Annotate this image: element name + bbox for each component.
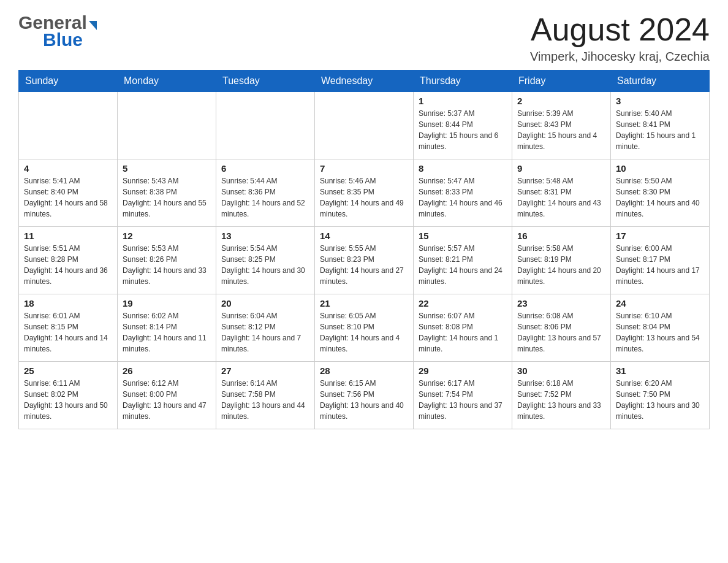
day-info: Sunrise: 5:41 AM Sunset: 8:40 PM Dayligh… xyxy=(24,175,112,220)
day-number: 9 xyxy=(517,163,605,174)
day-number: 18 xyxy=(24,298,112,308)
day-number: 17 xyxy=(616,231,704,241)
logo-blue: Blue xyxy=(18,29,83,50)
day-number: 16 xyxy=(517,231,605,241)
day-info: Sunrise: 6:08 AM Sunset: 8:06 PM Dayligh… xyxy=(517,310,605,354)
day-number: 23 xyxy=(517,298,605,308)
day-number: 20 xyxy=(221,298,309,308)
calendar-day-cell: 23Sunrise: 6:08 AM Sunset: 8:06 PM Dayli… xyxy=(512,294,611,362)
calendar-day-cell: 30Sunrise: 6:18 AM Sunset: 7:52 PM Dayli… xyxy=(512,362,611,429)
calendar-day-cell: 4Sunrise: 5:41 AM Sunset: 8:40 PM Daylig… xyxy=(19,159,118,227)
title-area: August 2024 Vimperk, Jihocesky kraj, Cze… xyxy=(530,12,710,64)
day-number: 1 xyxy=(419,96,507,106)
calendar-day-cell: 10Sunrise: 5:50 AM Sunset: 8:30 PM Dayli… xyxy=(611,159,710,227)
day-info: Sunrise: 5:58 AM Sunset: 8:19 PM Dayligh… xyxy=(517,243,605,287)
calendar-week-row: 11Sunrise: 5:51 AM Sunset: 8:28 PM Dayli… xyxy=(19,227,710,294)
calendar-day-cell: 27Sunrise: 6:14 AM Sunset: 7:58 PM Dayli… xyxy=(216,362,315,429)
day-info: Sunrise: 6:01 AM Sunset: 8:15 PM Dayligh… xyxy=(24,310,112,354)
day-number: 26 xyxy=(123,366,211,376)
day-number: 30 xyxy=(517,366,605,376)
day-number: 24 xyxy=(616,298,704,308)
calendar-day-cell: 21Sunrise: 6:05 AM Sunset: 8:10 PM Dayli… xyxy=(315,294,414,362)
calendar-day-cell: 1Sunrise: 5:37 AM Sunset: 8:44 PM Daylig… xyxy=(414,92,512,159)
column-header-thursday: Thursday xyxy=(414,71,512,92)
calendar-day-cell: 11Sunrise: 5:51 AM Sunset: 8:28 PM Dayli… xyxy=(19,227,118,294)
day-info: Sunrise: 5:44 AM Sunset: 8:36 PM Dayligh… xyxy=(221,175,309,220)
day-info: Sunrise: 6:11 AM Sunset: 8:02 PM Dayligh… xyxy=(24,378,112,422)
day-info: Sunrise: 6:07 AM Sunset: 8:08 PM Dayligh… xyxy=(419,310,507,354)
day-number: 31 xyxy=(616,366,704,376)
calendar-day-cell xyxy=(118,92,216,159)
day-info: Sunrise: 5:39 AM Sunset: 8:43 PM Dayligh… xyxy=(517,108,605,152)
day-info: Sunrise: 5:54 AM Sunset: 8:25 PM Dayligh… xyxy=(221,243,309,287)
calendar-week-row: 4Sunrise: 5:41 AM Sunset: 8:40 PM Daylig… xyxy=(19,159,710,227)
column-header-wednesday: Wednesday xyxy=(315,71,414,92)
calendar-header-row: SundayMondayTuesdayWednesdayThursdayFrid… xyxy=(19,71,710,92)
day-number: 11 xyxy=(24,231,112,241)
day-info: Sunrise: 6:10 AM Sunset: 8:04 PM Dayligh… xyxy=(616,310,704,354)
calendar-day-cell: 7Sunrise: 5:46 AM Sunset: 8:35 PM Daylig… xyxy=(315,159,414,227)
column-header-monday: Monday xyxy=(118,71,216,92)
calendar-day-cell: 18Sunrise: 6:01 AM Sunset: 8:15 PM Dayli… xyxy=(19,294,118,362)
calendar-day-cell: 5Sunrise: 5:43 AM Sunset: 8:38 PM Daylig… xyxy=(118,159,216,227)
calendar-week-row: 1Sunrise: 5:37 AM Sunset: 8:44 PM Daylig… xyxy=(19,92,710,159)
calendar-day-cell: 6Sunrise: 5:44 AM Sunset: 8:36 PM Daylig… xyxy=(216,159,315,227)
day-info: Sunrise: 5:57 AM Sunset: 8:21 PM Dayligh… xyxy=(419,243,507,287)
day-number: 7 xyxy=(320,163,408,174)
calendar-day-cell: 12Sunrise: 5:53 AM Sunset: 8:26 PM Dayli… xyxy=(118,227,216,294)
day-info: Sunrise: 6:00 AM Sunset: 8:17 PM Dayligh… xyxy=(616,243,704,287)
day-info: Sunrise: 6:20 AM Sunset: 7:50 PM Dayligh… xyxy=(616,378,704,422)
day-info: Sunrise: 6:12 AM Sunset: 8:00 PM Dayligh… xyxy=(123,378,211,422)
calendar-day-cell: 26Sunrise: 6:12 AM Sunset: 8:00 PM Dayli… xyxy=(118,362,216,429)
column-header-saturday: Saturday xyxy=(611,71,710,92)
day-number: 25 xyxy=(24,366,112,376)
calendar-week-row: 18Sunrise: 6:01 AM Sunset: 8:15 PM Dayli… xyxy=(19,294,710,362)
day-info: Sunrise: 5:48 AM Sunset: 8:31 PM Dayligh… xyxy=(517,175,605,220)
day-info: Sunrise: 6:05 AM Sunset: 8:10 PM Dayligh… xyxy=(320,310,408,354)
calendar-day-cell xyxy=(315,92,414,159)
day-info: Sunrise: 5:40 AM Sunset: 8:41 PM Dayligh… xyxy=(616,108,704,152)
calendar-day-cell: 28Sunrise: 6:15 AM Sunset: 7:56 PM Dayli… xyxy=(315,362,414,429)
day-number: 14 xyxy=(320,231,408,241)
logo: General Blue xyxy=(18,12,97,50)
day-number: 27 xyxy=(221,366,309,376)
calendar-day-cell: 22Sunrise: 6:07 AM Sunset: 8:08 PM Dayli… xyxy=(414,294,512,362)
day-number: 29 xyxy=(419,366,507,376)
calendar-day-cell: 19Sunrise: 6:02 AM Sunset: 8:14 PM Dayli… xyxy=(118,294,216,362)
column-header-friday: Friday xyxy=(512,71,611,92)
calendar-day-cell: 25Sunrise: 6:11 AM Sunset: 8:02 PM Dayli… xyxy=(19,362,118,429)
page-header: General Blue August 2024 Vimperk, Jihoce… xyxy=(18,12,710,64)
calendar-day-cell: 16Sunrise: 5:58 AM Sunset: 8:19 PM Dayli… xyxy=(512,227,611,294)
column-header-tuesday: Tuesday xyxy=(216,71,315,92)
day-info: Sunrise: 5:50 AM Sunset: 8:30 PM Dayligh… xyxy=(616,175,704,220)
day-info: Sunrise: 5:53 AM Sunset: 8:26 PM Dayligh… xyxy=(123,243,211,287)
column-header-sunday: Sunday xyxy=(19,71,118,92)
day-number: 6 xyxy=(221,163,309,174)
calendar-day-cell: 24Sunrise: 6:10 AM Sunset: 8:04 PM Dayli… xyxy=(611,294,710,362)
day-info: Sunrise: 5:51 AM Sunset: 8:28 PM Dayligh… xyxy=(24,243,112,287)
day-number: 4 xyxy=(24,163,112,174)
calendar-day-cell: 17Sunrise: 6:00 AM Sunset: 8:17 PM Dayli… xyxy=(611,227,710,294)
calendar-day-cell xyxy=(216,92,315,159)
day-info: Sunrise: 6:17 AM Sunset: 7:54 PM Dayligh… xyxy=(419,378,507,422)
day-info: Sunrise: 5:47 AM Sunset: 8:33 PM Dayligh… xyxy=(419,175,507,220)
day-info: Sunrise: 5:37 AM Sunset: 8:44 PM Dayligh… xyxy=(419,108,507,152)
day-number: 10 xyxy=(616,163,704,174)
calendar-day-cell: 29Sunrise: 6:17 AM Sunset: 7:54 PM Dayli… xyxy=(414,362,512,429)
calendar-day-cell: 8Sunrise: 5:47 AM Sunset: 8:33 PM Daylig… xyxy=(414,159,512,227)
logo-triangle-icon xyxy=(89,21,97,30)
calendar-day-cell: 3Sunrise: 5:40 AM Sunset: 8:41 PM Daylig… xyxy=(611,92,710,159)
day-number: 5 xyxy=(123,163,211,174)
calendar-day-cell: 20Sunrise: 6:04 AM Sunset: 8:12 PM Dayli… xyxy=(216,294,315,362)
calendar-day-cell xyxy=(19,92,118,159)
day-number: 28 xyxy=(320,366,408,376)
day-info: Sunrise: 6:14 AM Sunset: 7:58 PM Dayligh… xyxy=(221,378,309,422)
day-info: Sunrise: 5:43 AM Sunset: 8:38 PM Dayligh… xyxy=(123,175,211,220)
calendar-day-cell: 9Sunrise: 5:48 AM Sunset: 8:31 PM Daylig… xyxy=(512,159,611,227)
month-title: August 2024 xyxy=(530,12,710,47)
location-label: Vimperk, Jihocesky kraj, Czechia xyxy=(530,50,710,64)
day-info: Sunrise: 6:04 AM Sunset: 8:12 PM Dayligh… xyxy=(221,310,309,354)
day-number: 2 xyxy=(517,96,605,106)
calendar-week-row: 25Sunrise: 6:11 AM Sunset: 8:02 PM Dayli… xyxy=(19,362,710,429)
calendar-day-cell: 2Sunrise: 5:39 AM Sunset: 8:43 PM Daylig… xyxy=(512,92,611,159)
